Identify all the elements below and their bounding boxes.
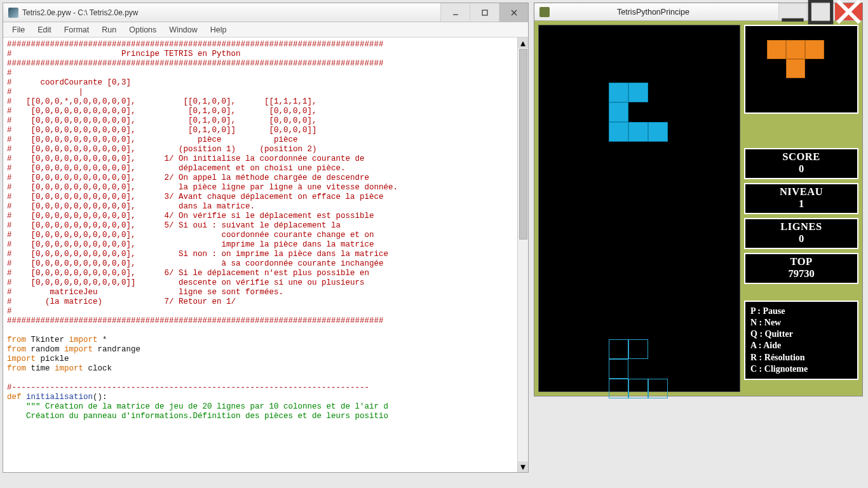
svg-rect-5 [810, 1, 831, 22]
tetris-playfield[interactable] [538, 25, 740, 392]
tetris-sidebar: SCORE 0 NIVEAU 1 LIGNES 0 TOP 79730 P : … [744, 25, 858, 392]
idle-titlebar[interactable]: Tetris2.0e.pyw - C:\ Tetris2.0e.pyw [3, 3, 528, 22]
menu-window[interactable]: Window [163, 24, 203, 36]
ghost-cell [628, 339, 648, 359]
top-box: TOP 79730 [744, 253, 858, 284]
top-label: TOP [745, 256, 857, 268]
window-controls [440, 3, 528, 22]
niveau-label: NIVEAU [745, 186, 857, 198]
ghost-cell [648, 379, 668, 398]
score-label: SCORE [745, 151, 857, 163]
tetris-titlebar[interactable]: TetrisPythonPrincipe [534, 3, 862, 21]
piece-cell [609, 83, 628, 102]
lignes-label: LIGNES [745, 221, 857, 233]
top-value: 79730 [745, 268, 857, 280]
next-piece-cell [786, 40, 805, 59]
editor-body: ########################################… [3, 37, 528, 472]
menu-run[interactable]: Run [95, 24, 123, 36]
score-box: SCORE 0 [744, 148, 858, 179]
menu-options[interactable]: Options [123, 24, 163, 36]
menu-format[interactable]: Format [58, 24, 96, 36]
piece-cell [648, 122, 668, 142]
next-piece-box [744, 25, 858, 114]
ghost-cell [609, 359, 628, 379]
piece-cell [628, 122, 648, 142]
idle-menubar: File Edit Format Run Options Window Help [3, 22, 528, 37]
menu-help[interactable]: Help [204, 24, 233, 36]
svg-rect-1 [482, 10, 487, 15]
close-button[interactable] [499, 3, 528, 22]
lignes-box: LIGNES 0 [744, 218, 858, 249]
scroll-thumb[interactable] [519, 49, 527, 240]
lignes-value: 0 [745, 233, 857, 245]
next-piece-cell [767, 40, 786, 59]
menu-edit[interactable]: Edit [31, 24, 58, 36]
niveau-box: NIVEAU 1 [744, 183, 858, 214]
scroll-down-arrow[interactable]: ▾ [518, 461, 528, 472]
tetris-minimize-button[interactable] [778, 3, 806, 20]
tk-icon [539, 7, 550, 17]
ghost-cell [609, 339, 628, 359]
tetris-maximize-button[interactable] [806, 3, 834, 20]
piece-cell [609, 122, 628, 142]
piece-cell [628, 83, 648, 102]
menu-file[interactable]: File [6, 24, 31, 36]
ghost-cell [628, 379, 648, 398]
code-editor[interactable]: ########################################… [3, 37, 517, 472]
tetris-body: SCORE 0 NIVEAU 1 LIGNES 0 TOP 79730 P : … [534, 21, 862, 396]
next-piece-cell [786, 59, 805, 78]
vertical-scrollbar[interactable]: ▴ ▾ [517, 37, 528, 472]
idle-editor-window: Tetris2.0e.pyw - C:\ Tetris2.0e.pyw File… [3, 3, 529, 473]
tetris-close-button[interactable] [834, 3, 862, 20]
niveau-value: 1 [745, 198, 857, 210]
tetris-title: TetrisPythonPrincipe [553, 8, 778, 17]
idle-title: Tetris2.0e.pyw - C:\ Tetris2.0e.pyw [22, 8, 440, 17]
tetris-window: TetrisPythonPrincipe SCORE 0 NIVEAU 1 LI… [534, 3, 863, 396]
maximize-button[interactable] [470, 3, 499, 22]
tetris-window-controls [778, 3, 862, 20]
minimize-button[interactable] [440, 3, 470, 22]
next-piece-cell [805, 40, 824, 59]
scroll-up-arrow[interactable]: ▴ [518, 37, 528, 48]
python-icon [8, 8, 18, 18]
ghost-cell [609, 379, 628, 398]
score-value: 0 [745, 163, 857, 175]
piece-cell [609, 102, 628, 122]
help-box: P : Pause N : New Q : Quitter A : Aide R… [744, 301, 858, 380]
